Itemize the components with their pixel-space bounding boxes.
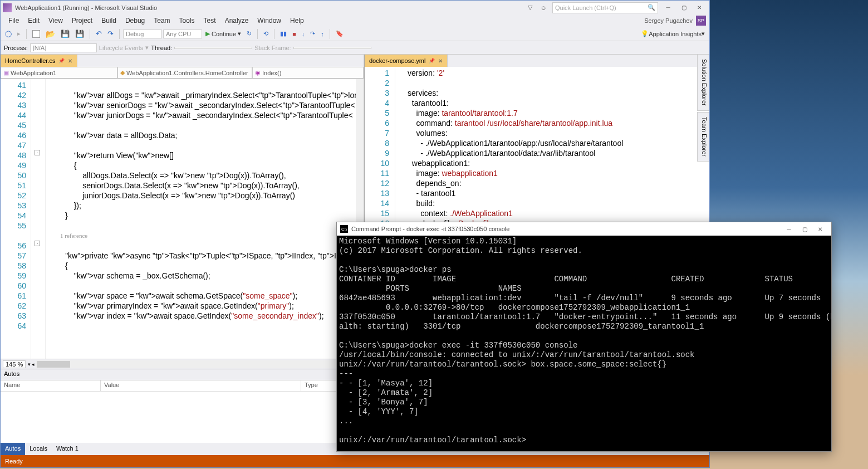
window-title: WebApplication1 (Running) - Microsoft Vi…: [15, 4, 157, 11]
quick-launch-input[interactable]: Quick Launch (Ctrl+Q) 🔍: [552, 2, 658, 13]
menubar: FileEditViewProjectBuildDebugTeamToolsTe…: [1, 14, 709, 27]
code-body[interactable]: "kw">var allDogs = "kw">await _primaryIn…: [46, 79, 364, 359]
fold-gutter: - -: [31, 79, 46, 359]
menu-view[interactable]: View: [44, 16, 67, 26]
nav-class-dropdown[interactable]: ◆ WebApplication1.Controllers.HomeContro…: [117, 67, 252, 79]
menu-window[interactable]: Window: [253, 16, 286, 26]
bookmark-button[interactable]: 🔖: [334, 29, 346, 38]
panel-tab-autos[interactable]: Autos: [1, 443, 25, 455]
process-dropdown[interactable]: [N/A]: [30, 43, 97, 52]
cmd-minimize-button[interactable]: ─: [781, 223, 797, 235]
save-button[interactable]: 💾: [58, 28, 72, 39]
zoom-bar: 145 % ▾ ◂ ▸: [1, 359, 364, 369]
panel-tab-locals[interactable]: Locals: [25, 443, 52, 455]
line-gutter: 414243444546474849505152535455 565758596…: [1, 79, 31, 359]
side-tab-team-explorer[interactable]: Team Explorer: [697, 112, 709, 162]
menu-help[interactable]: Help: [286, 16, 308, 26]
menu-project[interactable]: Project: [67, 16, 97, 26]
cmd-icon: C:\: [340, 225, 348, 233]
feedback-icon[interactable]: ☺: [539, 3, 548, 12]
zoom-dropdown[interactable]: 145 %: [3, 360, 26, 368]
pause-button[interactable]: ▮▮: [278, 29, 289, 38]
menu-file[interactable]: File: [4, 16, 23, 26]
menu-build[interactable]: Build: [97, 16, 121, 26]
undo-button[interactable]: ↶: [94, 28, 104, 39]
continue-button[interactable]: ▶ Continue ▾: [203, 29, 243, 38]
config-dropdown[interactable]: Debug: [123, 30, 162, 38]
menu-debug[interactable]: Debug: [121, 16, 149, 26]
close-button[interactable]: ✕: [692, 2, 707, 14]
cmd-close-button[interactable]: ✕: [812, 223, 828, 235]
status-bar: Ready: [1, 455, 709, 467]
debug-toolbar: Process: [N/A] Lifecycle Events ▾ Thread…: [1, 41, 709, 55]
app-insights-button[interactable]: 💡 Application Insights ▾: [639, 29, 707, 38]
step-into-button[interactable]: ↓: [300, 30, 307, 38]
nav-project-dropdown[interactable]: ▣ WebApplication1: [1, 67, 117, 79]
menu-edit[interactable]: Edit: [23, 16, 44, 26]
titlebar: WebApplication1 (Running) - Microsoft Vi…: [1, 1, 709, 14]
close-icon[interactable]: ✕: [68, 58, 72, 64]
restart-button[interactable]: ↻: [244, 29, 254, 38]
close-icon[interactable]: ✕: [438, 58, 443, 64]
platform-dropdown[interactable]: Any CPU: [163, 30, 202, 38]
stack-dropdown[interactable]: [293, 47, 371, 49]
menu-tools[interactable]: Tools: [175, 16, 199, 26]
tab-docker-compose[interactable]: docker-compose.yml 📌 ✕: [365, 55, 448, 67]
open-button[interactable]: 📂: [43, 28, 57, 40]
code-nav-bar: ▣ WebApplication1 ◆ WebApplication1.Cont…: [1, 67, 364, 79]
nav-back-button[interactable]: ◯: [3, 29, 14, 38]
side-tab-solution-explorer[interactable]: Solution Explorer: [697, 54, 709, 111]
minimize-button[interactable]: ─: [660, 2, 676, 14]
side-tabs: Solution Explorer Team Explorer: [697, 54, 709, 162]
code-editor[interactable]: 414243444546474849505152535455 565758596…: [1, 79, 364, 359]
panel-tab-watch-1[interactable]: Watch 1: [52, 443, 83, 455]
menu-test[interactable]: Test: [199, 16, 220, 26]
maximize-button[interactable]: ▢: [676, 2, 692, 14]
step-out-button[interactable]: ↑: [318, 30, 326, 38]
nav-member-dropdown[interactable]: ◉ Index(): [252, 67, 364, 79]
main-toolbar: ◯ ▸ 📂 💾 💾 ↶ ↷ Debug Any CPU ▶ Continue ▾…: [1, 27, 709, 41]
cmd-output[interactable]: Microsoft Windows [Version 10.0.15031] (…: [337, 236, 831, 451]
pin-icon[interactable]: 📌: [429, 58, 435, 63]
left-tabs: HomeController.cs 📌 ✕: [1, 55, 364, 67]
cmd-maximize-button[interactable]: ▢: [797, 223, 812, 235]
thread-dropdown[interactable]: [174, 47, 252, 49]
horizontal-scrollbar[interactable]: [36, 360, 356, 368]
menu-analyze[interactable]: Analyze: [220, 16, 253, 26]
right-tabs: docker-compose.yml 📌 ✕: [365, 55, 709, 67]
command-prompt-window: C:\ Command Prompt - docker exec -it 337…: [336, 222, 832, 452]
browser-link-button[interactable]: ⟲: [261, 29, 271, 38]
notification-icon[interactable]: ▽: [526, 3, 534, 12]
new-button[interactable]: [30, 29, 42, 39]
vs-logo-icon: [3, 3, 12, 12]
stop-button[interactable]: ■: [290, 30, 298, 38]
nav-fwd-button[interactable]: ▸: [15, 29, 23, 38]
redo-button[interactable]: ↷: [105, 28, 116, 39]
save-all-button[interactable]: 💾: [73, 28, 86, 39]
user-badge[interactable]: SP: [696, 16, 706, 26]
menu-team[interactable]: Team: [149, 16, 174, 26]
user-name[interactable]: Sergey Pugachev: [644, 17, 693, 24]
step-over-button[interactable]: ↷: [308, 29, 317, 38]
left-editor-pane: HomeController.cs 📌 ✕ ▣ WebApplication1 …: [1, 55, 364, 369]
tab-homecontroller[interactable]: HomeController.cs 📌 ✕: [1, 55, 77, 67]
cmd-titlebar: C:\ Command Prompt - docker exec -it 337…: [337, 222, 831, 236]
pin-icon[interactable]: 📌: [58, 58, 65, 63]
